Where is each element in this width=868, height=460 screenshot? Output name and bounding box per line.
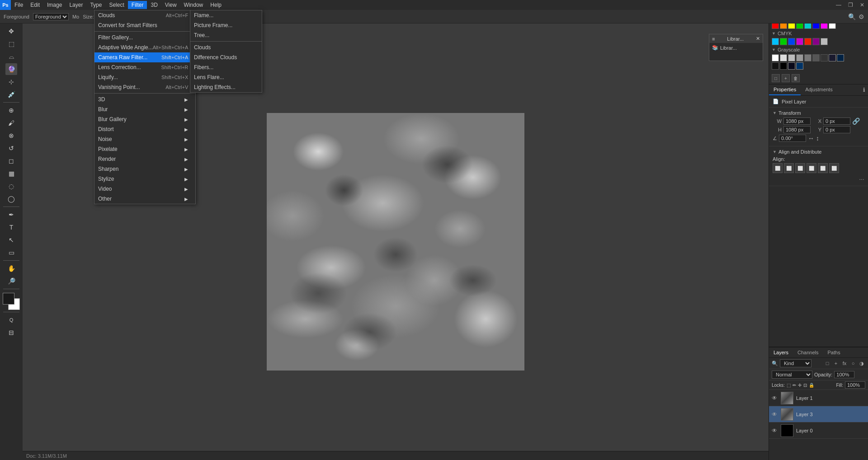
layer1-visibility-toggle[interactable]: 👁 — [772, 395, 778, 401]
lock-artboard-icon[interactable]: ⊡ — [803, 383, 807, 388]
filter-lens-correction[interactable]: Lens Correction... Shift+Ctrl+R — [94, 62, 195, 72]
layer-item-layer3[interactable]: 👁 Layer 3 — [769, 406, 868, 422]
link-icon[interactable]: 🔗 — [852, 117, 860, 125]
filter-clouds[interactable]: Clouds Alt+Ctrl+F — [94, 10, 195, 20]
lock-transparency-icon[interactable]: ⬚ — [787, 383, 791, 388]
swatch-blue2[interactable] — [788, 38, 795, 45]
menu-3d[interactable]: 3D — [147, 1, 161, 9]
move-tool[interactable]: ✥ — [5, 25, 17, 37]
transform-x-input[interactable] — [823, 117, 850, 125]
render-lighting-effects[interactable]: Lighting Effects... — [190, 82, 262, 92]
swatch-g9[interactable] — [788, 62, 795, 70]
swatch-white2[interactable] — [772, 54, 779, 61]
flip-v-icon[interactable]: ↕ — [816, 135, 819, 142]
menu-view[interactable]: View — [161, 1, 180, 9]
mask-icon[interactable]: ○ — [849, 360, 857, 367]
menu-layer[interactable]: Layer — [66, 1, 86, 9]
tab-paths[interactable]: Paths — [823, 347, 845, 357]
render-difference-clouds[interactable]: Difference Clouds — [190, 52, 262, 62]
swatch-g7[interactable] — [772, 62, 779, 70]
new-group-icon[interactable]: □ — [824, 360, 831, 367]
eyedropper-tool[interactable]: 💉 — [5, 89, 17, 100]
filter-distort[interactable]: Distort ▶ — [94, 124, 195, 134]
align-title[interactable]: ▼ Align and Distribute — [773, 149, 864, 155]
zoom-tool[interactable]: 🔎 — [5, 275, 17, 287]
new-layer-icon[interactable]: + — [832, 360, 840, 367]
align-bottom-edges[interactable]: ⬜ — [829, 163, 839, 173]
foreground-color-box[interactable] — [3, 293, 14, 305]
swatch-red2[interactable] — [804, 38, 811, 45]
swatch-gray2[interactable] — [788, 54, 795, 61]
filter-vanishing-point[interactable]: Vanishing Point... Alt+Ctrl+V — [94, 82, 195, 92]
layer-item-layer1[interactable]: 👁 Layer 1 — [769, 390, 868, 406]
opacity-input[interactable] — [834, 371, 854, 378]
filter-liquify[interactable]: Liquify... Shift+Ctrl+X — [94, 72, 195, 82]
swatch-gray4[interactable] — [804, 54, 811, 61]
transform-w-input[interactable] — [783, 117, 811, 125]
minimize-button[interactable]: — — [833, 0, 844, 10]
menu-edit[interactable]: Edit — [27, 1, 43, 9]
info-icon[interactable]: ℹ — [863, 87, 865, 93]
dodge-tool[interactable]: ◯ — [5, 193, 17, 205]
eraser-tool[interactable]: ◻ — [5, 155, 17, 167]
swatch-gray3[interactable] — [796, 54, 803, 61]
swatch-cyan2[interactable] — [772, 38, 779, 45]
frame-mode-tool[interactable]: ⊟ — [5, 327, 17, 338]
rectangular-marquee-tool[interactable]: ⬚ — [5, 38, 17, 50]
menu-file[interactable]: File — [11, 1, 27, 9]
layer0-visibility-toggle[interactable]: 👁 — [772, 427, 778, 434]
menu-help[interactable]: Help — [207, 1, 225, 9]
swatch-green2[interactable] — [780, 38, 787, 45]
crop-tool[interactable]: ⊹ — [5, 76, 17, 88]
filter-gallery[interactable]: Filter Gallery... — [94, 33, 195, 42]
path-selection-tool[interactable]: ↖ — [5, 234, 17, 246]
transform-h-input[interactable] — [783, 126, 811, 133]
render-tree[interactable]: Tree... — [190, 30, 262, 40]
menu-type[interactable]: Type — [86, 1, 105, 9]
search-icon[interactable]: 🔍 — [848, 13, 856, 20]
quick-select-tool[interactable]: 🔮 — [5, 63, 17, 75]
fx-icon[interactable]: fx — [841, 360, 848, 367]
transform-title[interactable]: ▼ Transform — [773, 110, 864, 116]
swatch-delete-btn[interactable]: 🗑 — [792, 74, 800, 82]
lock-position-icon[interactable]: ✛ — [798, 383, 802, 388]
type-tool[interactable]: T — [5, 221, 17, 233]
adjustment-icon[interactable]: ◑ — [858, 360, 865, 367]
brush-tool[interactable]: 🖌 — [5, 117, 17, 129]
render-picture-frame[interactable]: Picture Frame... — [190, 20, 262, 30]
tab-adjustments[interactable]: Adjustments — [801, 84, 837, 95]
render-clouds[interactable]: Clouds — [190, 42, 262, 52]
grayscale-group-label[interactable]: ▼ Grayscale — [772, 46, 865, 53]
swatch-new-btn[interactable]: + — [782, 74, 790, 82]
filter-video[interactable]: Video ▶ — [94, 184, 195, 194]
filter-convert-smart[interactable]: Convert for Smart Filters — [94, 20, 195, 30]
swatch-darkgray[interactable] — [829, 54, 836, 61]
clone-stamp-tool[interactable]: ⊗ — [5, 130, 17, 141]
render-fibers[interactable]: Fibers... — [190, 62, 262, 72]
transform-y-input[interactable] — [823, 126, 850, 133]
tab-layers[interactable]: Layers — [769, 347, 793, 357]
restore-button[interactable]: ❐ — [844, 0, 856, 10]
close-button[interactable]: ✕ — [856, 0, 868, 10]
swatch-gray1[interactable] — [780, 54, 787, 61]
filter-blur[interactable]: Blur ▶ — [94, 104, 195, 114]
hand-tool[interactable]: ✋ — [5, 263, 17, 274]
align-left-edges[interactable]: ⬜ — [773, 163, 783, 173]
filter-stylize[interactable]: Stylize ▶ — [94, 174, 195, 184]
menu-filter[interactable]: Filter — [128, 1, 147, 9]
shape-tool[interactable]: ▭ — [5, 247, 17, 258]
lock-all-icon[interactable]: 🔒 — [809, 383, 814, 388]
tab-channels[interactable]: Channels — [793, 347, 823, 357]
blend-mode-select[interactable]: Normal — [772, 371, 812, 379]
gradient-tool[interactable]: ▦ — [5, 168, 17, 179]
spot-healing-tool[interactable]: ⊕ — [5, 104, 17, 116]
align-center-horizontal[interactable]: ⬜ — [784, 163, 794, 173]
menu-select[interactable]: Select — [105, 1, 127, 9]
library-close[interactable]: ✕ — [756, 36, 760, 42]
swatch-darkpurple[interactable] — [812, 38, 820, 45]
foreground-select[interactable]: Foreground — [33, 13, 69, 20]
render-flame[interactable]: Flame... — [190, 10, 262, 20]
align-center-vertical[interactable]: ⬜ — [818, 163, 828, 173]
filter-camera-raw[interactable]: Camera Raw Filter... Shift+Ctrl+A — [94, 52, 195, 62]
more-options-icon[interactable]: … — [859, 175, 864, 181]
